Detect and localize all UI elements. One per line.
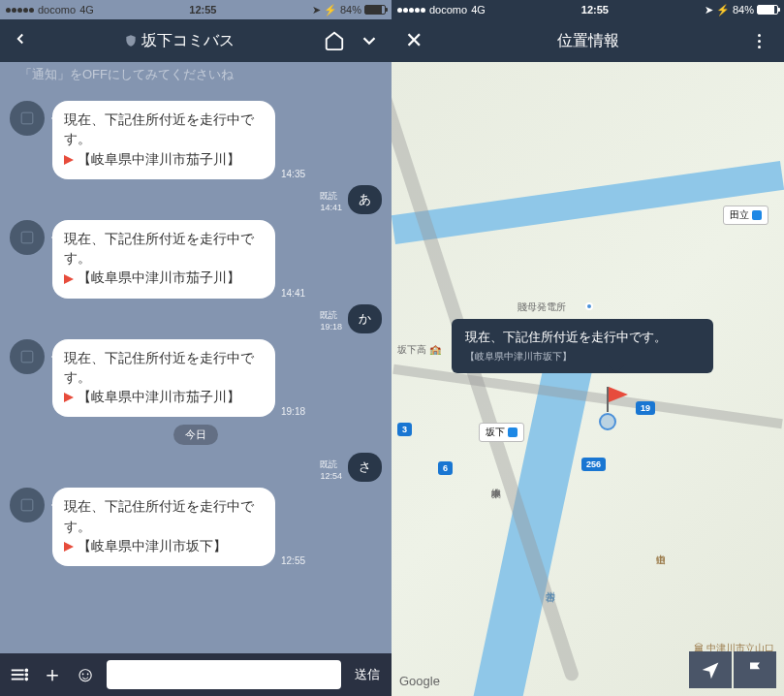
signal-icon [6, 8, 34, 13]
route-3: 3 [397, 423, 412, 436]
location-pin[interactable] [607, 387, 609, 412]
close-button[interactable]: ✕ [405, 28, 428, 53]
route-6: 6 [438, 461, 453, 475]
svg-rect-0 [21, 112, 33, 124]
battery-icon [364, 5, 386, 15]
carrier-label: docomo [429, 4, 467, 16]
station-tadachi[interactable]: 田立 [723, 206, 768, 225]
svg-rect-2 [21, 351, 33, 363]
message-incoming: 現在、下記住所付近を走行中です。 【岐阜県中津川市茄子川】 19:18 [10, 339, 382, 418]
status-time: 12:55 [486, 4, 705, 16]
map-canvas[interactable]: 田立 坂下 3 6 19 256 坂下高 🏫 賤母発電所 中央本線 木曽川 中山… [392, 62, 784, 696]
map-header: ✕ 位置情報 [392, 19, 784, 62]
emoji-icon[interactable]: ☺ [74, 663, 97, 686]
flag-button[interactable] [734, 651, 776, 688]
chat-title: 坂下コミバス [35, 31, 324, 51]
station-sakashita[interactable]: 坂下 [479, 423, 524, 442]
avatar[interactable] [10, 101, 45, 136]
menu-icon[interactable] [8, 663, 31, 686]
message-time: 19:18 [281, 406, 305, 417]
status-bar-right: docomo 4G 12:55 ➤ ⚡ 84% [392, 0, 784, 19]
reply-bubble[interactable]: か [348, 304, 382, 333]
network-label: 4G [79, 4, 94, 16]
message-input[interactable] [107, 660, 341, 689]
svg-rect-1 [21, 232, 33, 243]
send-button[interactable]: 送信 [351, 666, 384, 683]
route-256: 256 [581, 458, 606, 471]
reply-bubble[interactable]: さ [348, 453, 382, 482]
message-bubble[interactable]: 現在、下記住所付近を走行中です。 【岐阜県中津川市茄子川】 [52, 339, 275, 418]
flag-icon [64, 542, 74, 552]
route-19: 19 [636, 401, 655, 415]
svg-point-9 [25, 679, 27, 680]
shield-icon [124, 34, 138, 47]
message-meta: 既読12:54 [320, 459, 342, 482]
date-separator: 今日 [173, 425, 218, 445]
map-title: 位置情報 [428, 31, 747, 51]
message-outgoing: 既読19:18 か [10, 304, 382, 333]
message-incoming: 現在、下記住所付近を走行中です。 【岐阜県中津川市坂下】 12:55 [10, 488, 382, 566]
faded-notice: 「通知」をOFFにしてみてくださいね [0, 62, 392, 87]
message-time: 14:41 [281, 288, 305, 299]
message-incoming: 現在、下記住所付近を走行中です。 【岐阜県中津川市茄子川】 14:41 [10, 220, 382, 299]
flag-icon [64, 274, 74, 284]
chat-messages[interactable]: 「通知」をOFFにしてみてくださいね 現在、下記住所付近を走行中です。 【岐阜県… [0, 62, 392, 653]
chat-screen: docomo 4G 12:55 ➤ ⚡ 84% 坂下コミバス 「通知」をOFFに… [0, 0, 392, 696]
label-sakashita-high: 坂下高 🏫 [397, 343, 441, 357]
location-circle [599, 413, 616, 430]
bluetooth-icon: ⚡ [716, 4, 730, 16]
network-label: 4G [471, 4, 486, 16]
google-logo: Google [399, 674, 440, 688]
message-meta: 既読19:18 [320, 310, 342, 332]
label-shizumo: 賤母発電所 [517, 301, 566, 314]
avatar[interactable] [10, 488, 45, 522]
back-button[interactable] [12, 30, 35, 51]
message-outgoing: 既読12:54 さ [10, 453, 382, 482]
plus-icon[interactable]: ＋ [41, 663, 64, 686]
more-icon[interactable] [747, 34, 770, 48]
svg-point-8 [25, 674, 27, 676]
message-bubble[interactable]: 現在、下記住所付近を走行中です。 【岐阜県中津川市坂下】 [52, 488, 275, 566]
avatar[interactable] [10, 339, 45, 374]
battery-percent: 84% [340, 4, 361, 16]
map-screen: docomo 4G 12:55 ➤ ⚡ 84% ✕ 位置情報 田立 坂下 3 6… [392, 0, 784, 696]
status-bar-left: docomo 4G 12:55 ➤ ⚡ 84% [0, 0, 392, 19]
input-bar: ＋ ☺ 送信 [0, 653, 392, 696]
message-outgoing: 既読14:41 あ [10, 185, 382, 214]
message-time: 14:35 [281, 169, 305, 179]
message-bubble[interactable]: 現在、下記住所付近を走行中です。 【岐阜県中津川市茄子川】 [52, 101, 275, 179]
location-tooltip[interactable]: 現在、下記住所付近を走行中です。 【岐阜県中津川市坂下】 [452, 319, 713, 373]
chat-header: 坂下コミバス [0, 19, 392, 62]
battery-percent: 84% [733, 4, 754, 16]
signal-icon [397, 8, 425, 13]
locate-button[interactable] [689, 651, 732, 688]
gps-marker [585, 302, 593, 310]
flag-icon [64, 393, 74, 402]
chevron-down-icon[interactable] [359, 30, 380, 51]
message-meta: 既読14:41 [320, 191, 342, 213]
status-time: 12:55 [94, 4, 312, 16]
tooltip-title: 現在、下記住所付近を走行中です。 [465, 329, 700, 346]
message-time: 12:55 [281, 555, 305, 566]
reply-bubble[interactable]: あ [348, 185, 382, 214]
svg-rect-3 [21, 499, 33, 511]
bluetooth-icon: ⚡ [324, 4, 337, 16]
tooltip-subtitle: 【岐阜県中津川市坂下】 [465, 350, 700, 364]
nav-arrow-icon: ➤ [312, 4, 321, 16]
message-incoming: 現在、下記住所付近を走行中です。 【岐阜県中津川市茄子川】 14:35 [10, 101, 382, 179]
nav-arrow-icon: ➤ [705, 4, 713, 16]
message-bubble[interactable]: 現在、下記住所付近を走行中です。 【岐阜県中津川市茄子川】 [52, 220, 275, 299]
svg-point-7 [25, 670, 27, 672]
home-icon[interactable] [324, 30, 345, 51]
flag-icon [64, 155, 74, 165]
battery-icon [757, 5, 778, 15]
avatar[interactable] [10, 220, 45, 255]
carrier-label: docomo [38, 4, 76, 16]
